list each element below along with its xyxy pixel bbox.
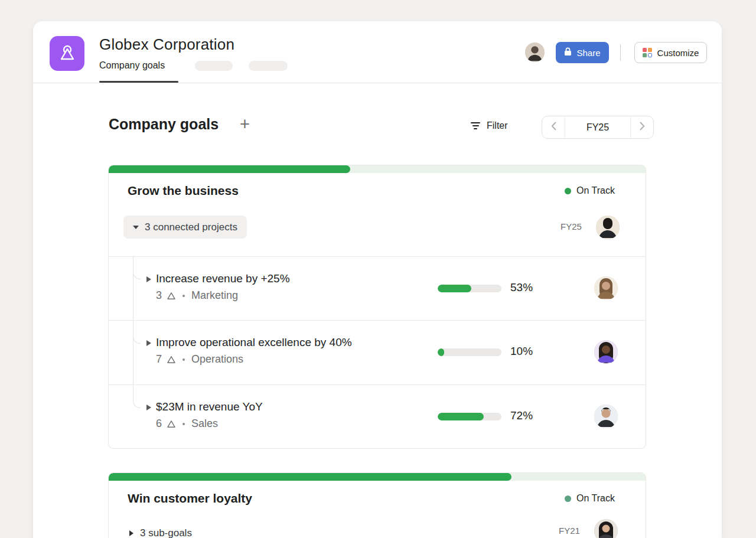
status-badge[interactable]: On Track <box>565 185 615 196</box>
filter-button[interactable]: Filter <box>470 120 508 131</box>
status-label: On Track <box>576 493 615 504</box>
caret-right-icon[interactable] <box>146 405 151 410</box>
subgoal-count: 7 <box>156 353 162 366</box>
subgoal-title[interactable]: $23M in revenue YoY <box>156 400 263 413</box>
subgoal-percent: 72% <box>510 409 533 422</box>
period-value[interactable]: FY25 <box>565 122 630 133</box>
customize-button[interactable]: Customize <box>634 42 707 63</box>
share-button[interactable]: Share <box>556 42 609 63</box>
subgoal-team: Operations <box>191 353 243 366</box>
meta-separator-dot <box>183 295 185 297</box>
org-title: Globex Corporation <box>99 35 234 54</box>
subgoal-percent: 10% <box>510 345 533 358</box>
goal-progress-bar <box>109 165 646 173</box>
caret-down-icon <box>133 226 139 229</box>
header-vertical-divider <box>620 44 621 61</box>
subgoal-row[interactable]: Improve operational excellence by 40% 7 … <box>109 320 646 384</box>
goal-period: FY21 <box>559 526 580 536</box>
org-logo[interactable] <box>50 36 84 71</box>
next-period-button[interactable] <box>631 116 653 138</box>
subgoal-team: Sales <box>191 418 218 430</box>
status-badge[interactable]: On Track <box>565 493 615 504</box>
prev-period-button[interactable] <box>542 116 565 138</box>
subgoal-meta: 7 Operations <box>156 353 243 366</box>
goal-owner-avatar[interactable] <box>594 519 618 538</box>
connected-projects-toggle[interactable]: 3 connected projects <box>123 216 247 239</box>
period-stepper: FY25 <box>542 116 654 139</box>
goal-figure-icon <box>57 43 77 65</box>
subgoal-owner-avatar[interactable] <box>594 340 618 364</box>
tab-placeholder <box>195 61 233 71</box>
meta-separator-dot <box>183 423 185 425</box>
subgoal-row[interactable]: Increase revenue by +25% 3 Marketing 53% <box>109 256 646 320</box>
connected-projects-label: 3 connected projects <box>145 221 237 233</box>
subgoal-title[interactable]: Improve operational excellence by 40% <box>156 336 352 349</box>
goal-progress-bar <box>109 473 646 481</box>
goal-period: FY25 <box>561 221 582 231</box>
goal-triangle-icon <box>167 355 176 364</box>
caret-right-icon <box>129 530 133 536</box>
filter-label: Filter <box>487 120 508 131</box>
subgoal-title[interactable]: Increase revenue by +25% <box>156 272 290 285</box>
goal-triangle-icon <box>167 291 176 301</box>
user-avatar[interactable] <box>525 43 545 62</box>
subgoal-percent: 53% <box>510 281 533 294</box>
goal-progress-fill <box>109 165 350 173</box>
subgoal-team: Marketing <box>191 289 238 302</box>
subgoals-toggle[interactable]: 3 sub-goals <box>129 527 192 538</box>
filter-lines-icon <box>470 122 481 129</box>
subgoals-label: 3 sub-goals <box>140 527 192 538</box>
caret-right-icon[interactable] <box>146 340 151 346</box>
chevron-right-icon <box>640 122 645 133</box>
status-dot <box>565 188 571 194</box>
goal-triangle-icon <box>167 419 176 429</box>
subgoal-meta: 3 Marketing <box>156 289 238 302</box>
header-divider <box>33 83 722 83</box>
goal-card: Grow the business On Track 3 connected p… <box>108 165 646 449</box>
add-goal-button[interactable]: + <box>240 115 250 133</box>
app-window: Globex Corporation Company goals Share C… <box>33 21 722 538</box>
subgoal-owner-avatar[interactable] <box>594 276 618 300</box>
subgoal-owner-avatar[interactable] <box>594 405 618 428</box>
share-label: Share <box>576 48 600 58</box>
lock-icon <box>564 47 572 58</box>
subgoal-count: 3 <box>156 289 162 302</box>
subgoal-progress-bar <box>438 285 501 292</box>
goal-progress-fill <box>109 473 511 481</box>
subgoal-progress-fill <box>438 285 471 292</box>
customize-label: Customize <box>657 48 699 58</box>
caret-right-icon[interactable] <box>146 276 151 282</box>
status-label: On Track <box>576 185 615 196</box>
goal-title[interactable]: Win customer loyalty <box>128 491 252 506</box>
color-grid-icon <box>643 48 652 57</box>
subgoal-row[interactable]: $23M in revenue YoY 6 Sales 72% <box>109 384 646 449</box>
subgoal-progress-bar <box>438 413 501 420</box>
subgoal-progress-bar <box>438 348 501 356</box>
chevron-left-icon <box>551 122 556 133</box>
subgoal-progress-fill <box>438 348 444 356</box>
tab-placeholder <box>249 61 288 71</box>
goal-card: Win customer loyalty On Track 3 sub-goal… <box>108 472 646 538</box>
goal-owner-avatar[interactable] <box>596 216 620 239</box>
page-title: Company goals <box>109 116 219 133</box>
status-dot <box>565 495 571 502</box>
subgoal-count: 6 <box>156 418 162 430</box>
subgoal-progress-fill <box>438 413 484 420</box>
tab-company-goals[interactable]: Company goals <box>99 60 165 71</box>
subgoal-meta: 6 Sales <box>156 418 218 430</box>
meta-separator-dot <box>183 358 185 361</box>
goal-title[interactable]: Grow the business <box>128 184 239 198</box>
